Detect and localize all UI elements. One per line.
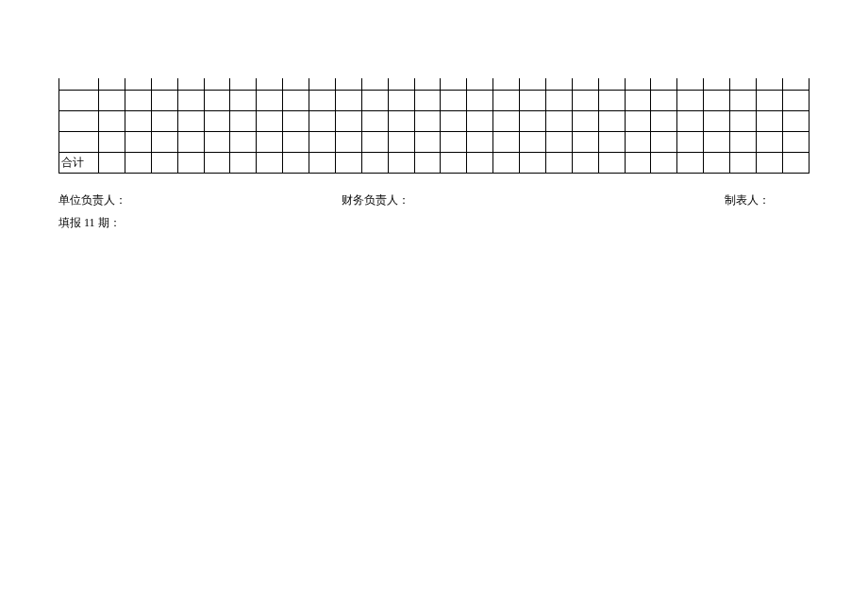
table-cell: [467, 110, 493, 131]
table-cell: [545, 152, 572, 173]
table-cell: [177, 152, 204, 173]
table-cell: [782, 90, 809, 110]
table-cell: [520, 78, 546, 90]
table-cell: [361, 152, 388, 173]
table-cell: [125, 152, 151, 173]
table-cell: [598, 110, 625, 131]
table-cell: [414, 131, 441, 152]
table-cell: [388, 152, 414, 173]
table-cell: [677, 152, 704, 173]
table-cell: [730, 131, 757, 152]
table-cell: [414, 90, 441, 110]
data-table: 合计: [58, 78, 810, 174]
total-label-cell: 合计: [59, 152, 99, 173]
table-cell: [756, 131, 782, 152]
table-cell: [125, 90, 151, 110]
table-cell: [572, 131, 598, 152]
report-period-label: 填报 11 期：: [58, 215, 121, 231]
table-cell: [361, 131, 388, 152]
table-cell: [704, 110, 730, 131]
table-cell: [257, 90, 283, 110]
table-cell: [625, 78, 651, 90]
table-cell: [335, 90, 361, 110]
table-cell: [388, 131, 414, 152]
table-cell: [99, 78, 125, 90]
table-cell: [257, 131, 283, 152]
table-cell: [441, 110, 467, 131]
table-cell: [388, 78, 414, 90]
table-cell: [467, 78, 493, 90]
table-cell: [283, 110, 309, 131]
table-cell: [704, 152, 730, 173]
table-cell: [704, 78, 730, 90]
table-cell: [572, 90, 598, 110]
table-cell: [204, 110, 230, 131]
report-period-line: 填报 11 期：: [58, 215, 810, 231]
table-cell: [99, 110, 125, 131]
table-cell: [782, 110, 809, 131]
table-cell: [677, 110, 704, 131]
table-cell: [730, 78, 757, 90]
table-cell: [230, 131, 257, 152]
table-cell: [335, 110, 361, 131]
table-cell: [782, 131, 809, 152]
table-cell: [335, 152, 361, 173]
table-row: [59, 131, 810, 152]
table-cell: [756, 110, 782, 131]
table-cell: [388, 90, 414, 110]
table-cell: [204, 131, 230, 152]
table-cell: [151, 90, 177, 110]
table-cell: [651, 131, 677, 152]
table-cell: [545, 90, 572, 110]
table-cell: [177, 131, 204, 152]
table-cell: [704, 90, 730, 110]
table-cell: [257, 78, 283, 90]
table-cell: [414, 152, 441, 173]
table-cell: [598, 131, 625, 152]
table-cell: [520, 131, 546, 152]
table-cell: [204, 90, 230, 110]
table-cell: [388, 110, 414, 131]
table-cell: [309, 152, 336, 173]
table-cell: [204, 152, 230, 173]
table-cell: [572, 152, 598, 173]
table-cell: [677, 78, 704, 90]
table-cell: [99, 90, 125, 110]
table-cell: [204, 78, 230, 90]
table-cell: [441, 78, 467, 90]
table-cell: [730, 152, 757, 173]
table-cell: [99, 152, 125, 173]
table-cell: [125, 78, 151, 90]
table-cell: [782, 152, 809, 173]
table-row-total: 合计: [59, 152, 810, 173]
table-cell: [283, 90, 309, 110]
table-cell: [625, 131, 651, 152]
table-cell: [361, 90, 388, 110]
table-cell: [59, 90, 99, 110]
table-cell: [230, 152, 257, 173]
table-cell: [125, 110, 151, 131]
table-cell: [283, 152, 309, 173]
table-cell: [151, 110, 177, 131]
table-cell: [309, 90, 336, 110]
table-cell: [309, 131, 336, 152]
table-cell: [177, 78, 204, 90]
table-cell: [414, 110, 441, 131]
table-cell: [520, 152, 546, 173]
table-cell: [177, 110, 204, 131]
table-cell: [625, 152, 651, 173]
table-cell: [651, 90, 677, 110]
table-cell: [441, 90, 467, 110]
table-row: [59, 90, 810, 110]
table-cell: [625, 90, 651, 110]
table-cell: [125, 131, 151, 152]
table-cell: [493, 90, 520, 110]
table-cell: [730, 110, 757, 131]
table-cell: [572, 78, 598, 90]
table-cell: [230, 78, 257, 90]
data-table-container: 合计: [58, 78, 810, 174]
table-row: [59, 78, 810, 90]
table-cell: [756, 78, 782, 90]
table-cell: [414, 78, 441, 90]
table-cell: [493, 78, 520, 90]
